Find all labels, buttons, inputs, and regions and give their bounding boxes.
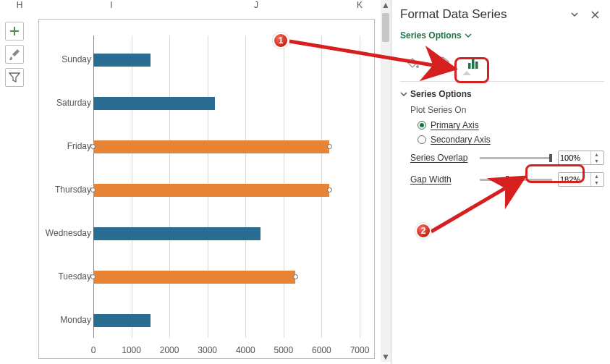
series-overlap-slider[interactable] (480, 153, 552, 163)
col-h-H[interactable]: H (0, 0, 39, 13)
panel-header: Format Data Series (400, 4, 604, 29)
x-axis-label: 5000 (274, 345, 294, 355)
gap-width-label: Gap Width (410, 174, 474, 185)
plus-icon (9, 25, 20, 37)
chevron-down-icon (570, 10, 579, 19)
y-axis-label: Friday (41, 141, 91, 151)
col-h-J[interactable]: J (184, 0, 329, 13)
brush-icon (9, 48, 20, 60)
x-axis-label: 6000 (312, 345, 331, 355)
y-axis-label: Thursday (41, 185, 91, 195)
bar-series1[interactable] (93, 227, 260, 240)
divider (400, 81, 604, 82)
x-axis-label: 0 (91, 345, 96, 355)
vertical-scrollbar[interactable]: ▲ ▼ (381, 0, 391, 362)
radio-secondary-axis[interactable]: Secondary Axis (400, 132, 604, 147)
y-axis-label: Saturday (41, 98, 91, 108)
panel-close-button[interactable] (588, 8, 601, 21)
primary-axis-label: Primary Axis (431, 120, 479, 130)
tab-effects[interactable] (433, 54, 452, 72)
chart-styles-button[interactable] (5, 45, 24, 64)
section-title-label: Series Options (410, 89, 472, 99)
x-axis-label: 7000 (350, 345, 370, 355)
series-overlap-input[interactable]: ▲▼ (558, 151, 604, 165)
col-h-I[interactable]: I (39, 0, 184, 13)
column-headers: H I J K (0, 0, 391, 13)
plot-series-on-label: Plot Series On (400, 103, 604, 118)
paint-bucket-icon (404, 55, 420, 71)
gap-width-input[interactable]: ▲▼ (558, 172, 604, 187)
bar-series2[interactable] (93, 184, 329, 197)
radio-icon (418, 135, 426, 144)
chart-plot-area[interactable] (93, 35, 360, 338)
bar-series1[interactable] (93, 97, 215, 110)
chart-filters-button[interactable] (5, 68, 24, 87)
x-axis-label: 3000 (198, 345, 217, 355)
format-data-series-panel: Format Data Series Series Options (400, 4, 604, 360)
gap-width-slider[interactable] (480, 174, 552, 185)
tab-fill[interactable] (403, 54, 422, 72)
chart-elements-button[interactable] (5, 22, 24, 41)
panel-tabs (400, 49, 604, 77)
radio-icon (418, 121, 426, 130)
svg-rect-2 (472, 59, 475, 69)
section-series-options[interactable]: Series Options (400, 89, 604, 103)
svg-point-0 (416, 65, 419, 68)
close-icon (591, 11, 599, 19)
secondary-axis-label: Secondary Axis (431, 135, 491, 145)
radio-primary-axis[interactable]: Primary Axis (400, 118, 604, 132)
series-options-menu-label: Series Options (400, 30, 462, 41)
spin-up-icon[interactable]: ▲ (591, 151, 602, 158)
pentagon-icon (435, 55, 451, 71)
series-overlap-value[interactable] (559, 153, 590, 162)
scroll-up-icon[interactable]: ▲ (382, 0, 389, 10)
x-axis-label: 2000 (160, 345, 179, 355)
bar-series2[interactable] (93, 271, 295, 284)
chart-object[interactable]: Sunday Saturday Friday Thursday Wednesda… (38, 19, 375, 359)
chevron-down-icon (400, 90, 407, 98)
spin-down-icon[interactable]: ▼ (591, 158, 602, 164)
panel-title: Format Data Series (400, 7, 507, 22)
scroll-down-icon[interactable]: ▼ (382, 352, 389, 362)
spin-up-icon[interactable]: ▲ (591, 173, 602, 179)
panel-collapse-button[interactable] (568, 8, 581, 21)
gap-width-value[interactable] (559, 175, 590, 184)
tab-series-options[interactable] (464, 54, 483, 72)
y-axis-label: Wednesday (41, 228, 91, 238)
spin-down-icon[interactable]: ▼ (591, 179, 602, 186)
series-overlap-row: Series Overlap ▲▼ (400, 147, 604, 169)
bar-series1[interactable] (93, 54, 151, 67)
bar-chart-icon (465, 55, 481, 71)
tab-indicator (462, 71, 471, 75)
series-options-menu[interactable]: Series Options (400, 29, 604, 49)
bar-series1[interactable] (93, 314, 151, 327)
y-axis-label: Sunday (41, 54, 91, 64)
scroll-thumb[interactable] (382, 13, 389, 42)
x-axis-label: 1000 (122, 345, 141, 355)
chart-tools (5, 22, 25, 87)
y-axis-label: Monday (41, 315, 91, 325)
svg-rect-3 (475, 62, 478, 69)
pane-divider[interactable] (391, 0, 391, 364)
chevron-down-icon (465, 32, 472, 39)
funnel-icon (9, 72, 20, 83)
series-overlap-label: Series Overlap (410, 153, 474, 163)
gap-width-row: Gap Width ▲▼ (400, 169, 604, 190)
x-axis-label: 4000 (236, 345, 255, 355)
y-axis-label: Tuesday (41, 271, 91, 282)
svg-rect-1 (468, 63, 471, 69)
bar-series2[interactable] (93, 140, 329, 153)
